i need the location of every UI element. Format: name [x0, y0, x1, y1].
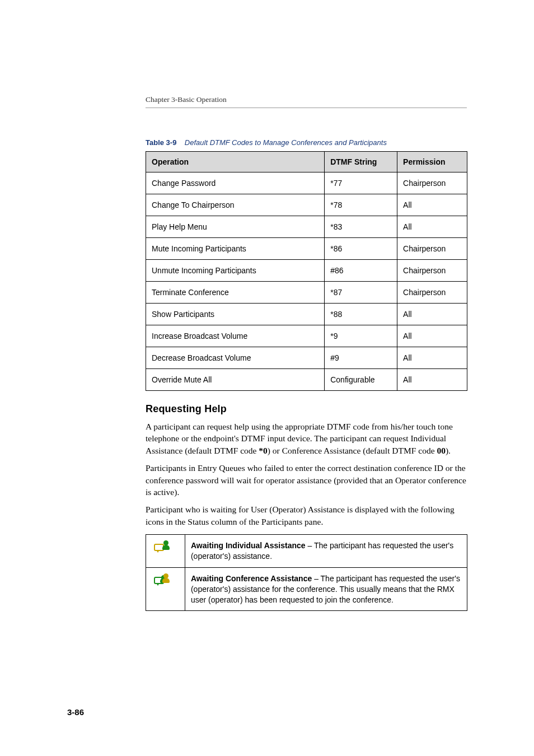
table-row: Decrease Broadcast Volume#9All [146, 347, 467, 369]
table-row: Increase Broadcast Volume*9All [146, 325, 467, 347]
paragraph-1: A participant can request help using the… [146, 421, 467, 456]
section-heading: Requesting Help [146, 403, 467, 415]
table-row: Show Participants*88All [146, 304, 467, 325]
cell-op: Override Mute All [146, 369, 325, 391]
cell-op: Unmute Incoming Participants [146, 260, 325, 282]
table-row: Change Password*77Chairperson [146, 172, 467, 194]
table-row: Terminate Conference*87Chairperson [146, 282, 467, 304]
icon-desc: Awaiting Individual Assistance – The par… [185, 535, 467, 568]
cell-perm: All [397, 325, 467, 347]
table-row: Play Help Menu*83All [146, 216, 467, 238]
table-caption: Table 3-9 Default DTMF Codes to Manage C… [146, 138, 467, 147]
cell-op: Change To Chairperson [146, 194, 325, 216]
icon-row-individual: Awaiting Individual Assistance – The par… [146, 535, 467, 568]
cell-str: *83 [325, 216, 397, 238]
cell-perm: All [397, 304, 467, 325]
cell-perm: Chairperson [397, 260, 467, 282]
cell-str: *77 [325, 172, 397, 194]
cell-perm: Chairperson [397, 282, 467, 304]
cell-perm: All [397, 194, 467, 216]
paragraph-2: Participants in Entry Queues who failed … [146, 462, 467, 498]
para1b: ) or Conference Assistance (default DTMF… [268, 446, 437, 455]
icon-desc-bold: Awaiting Conference Assistance [191, 574, 312, 583]
icon-table: Awaiting Individual Assistance – The par… [146, 534, 467, 611]
cell-op: Change Password [146, 172, 325, 194]
icon-desc-bold: Awaiting Individual Assistance [191, 541, 306, 550]
table-row: Mute Incoming Participants*86Chairperson [146, 238, 467, 260]
cell-str: *9 [325, 325, 397, 347]
col-permission: Permission [397, 152, 467, 172]
running-head: Chapter 3-Basic Operation [146, 95, 467, 104]
paragraph-3: Participant who is waiting for User (Ope… [146, 503, 467, 528]
cell-perm: Chairperson [397, 238, 467, 260]
cell-perm: All [397, 216, 467, 238]
cell-op: Mute Incoming Participants [146, 238, 325, 260]
code-00: 00 [437, 446, 446, 455]
col-operation: Operation [146, 152, 325, 172]
table-row: Override Mute AllConfigurableAll [146, 369, 467, 391]
table-caption-title: Default DTMF Codes to Manage Conferences… [185, 138, 387, 147]
code-star0: *0 [259, 446, 268, 455]
cell-op: Show Participants [146, 304, 325, 325]
table-row: Unmute Incoming Participants#86Chairpers… [146, 260, 467, 282]
cell-str: *87 [325, 282, 397, 304]
cell-str: #86 [325, 260, 397, 282]
page-number: 3-86 [67, 707, 84, 717]
awaiting-individual-assistance-icon [154, 540, 168, 555]
cell-op: Play Help Menu [146, 216, 325, 238]
cell-perm: Chairperson [397, 172, 467, 194]
cell-str: *86 [325, 238, 397, 260]
cell-op: Increase Broadcast Volume [146, 325, 325, 347]
icon-row-conference: Awaiting Conference Assistance – The par… [146, 567, 467, 611]
table-header-row: Operation DTMF String Permission [146, 152, 467, 172]
cell-op: Terminate Conference [146, 282, 325, 304]
cell-str: *88 [325, 304, 397, 325]
dtmf-table: Operation DTMF String Permission Change … [146, 151, 467, 391]
cell-str: #9 [325, 347, 397, 369]
cell-str: *78 [325, 194, 397, 216]
cell-op: Decrease Broadcast Volume [146, 347, 325, 369]
cell-perm: All [397, 369, 467, 391]
col-dtmf-string: DTMF String [325, 152, 397, 172]
icon-desc: Awaiting Conference Assistance – The par… [185, 567, 467, 611]
awaiting-conference-assistance-icon [154, 573, 168, 588]
header-rule [146, 108, 467, 108]
cell-str: Configurable [325, 369, 397, 391]
table-row: Change To Chairperson*78All [146, 194, 467, 216]
para1c: ). [446, 446, 451, 455]
table-caption-label: Table 3-9 [146, 138, 176, 147]
icon-cell [146, 567, 185, 611]
cell-perm: All [397, 347, 467, 369]
page: Chapter 3-Basic Operation Table 3-9 Defa… [0, 0, 534, 756]
icon-cell [146, 535, 185, 568]
